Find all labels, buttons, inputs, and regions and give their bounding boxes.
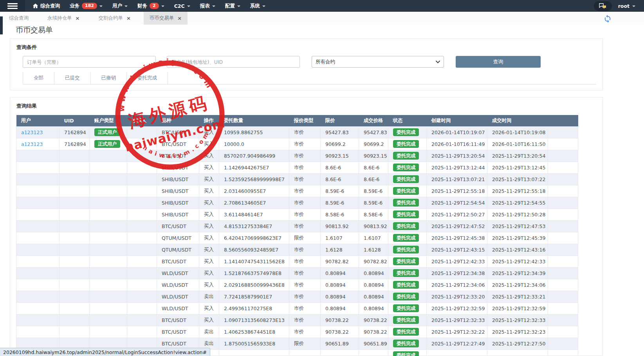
tab-spot-orders[interactable]: 币币交易单× [144, 12, 188, 25]
nav-item-label: 财务 [137, 3, 147, 9]
tab-perpetual-positions[interactable]: 永续持仓单× [41, 12, 85, 25]
nav-item-users[interactable]: 用户 [112, 3, 128, 9]
cell-dealt_at: 2025-11-29T12:50:28 [487, 209, 548, 220]
cell-price_type: 市价 [289, 162, 321, 173]
hamburger-menu-icon[interactable] [0, 0, 25, 12]
cell-user [16, 244, 60, 255]
cell-created_at: 2025-11-29T12:54:54 [427, 197, 487, 209]
nav-item-c2c[interactable]: C2C [174, 3, 190, 9]
nav-item-business[interactable]: 业务182 [70, 3, 103, 9]
filter-tab-all[interactable]: 全部 [23, 72, 54, 84]
cell-dealt_at: 2025-11-29T13:20:54 [487, 150, 548, 162]
cell-uid [60, 255, 90, 267]
status-badge: 委托完成 [393, 351, 419, 356]
nav-item-config[interactable]: 配置 [225, 3, 240, 9]
close-icon[interactable]: × [126, 16, 131, 21]
nav-item-label: 报表 [200, 3, 210, 9]
nav-item-overview[interactable]: 综合查询 [33, 3, 60, 9]
table-row: a1231237162894正式用户BTC/USDT买入10000.0市价906… [16, 138, 578, 150]
cell-limit_price: 90738.22 [321, 314, 359, 326]
chat-button[interactable] [594, 1, 612, 11]
user-menu[interactable]: root [618, 3, 635, 9]
cell-pair: BTC/USDT [157, 314, 199, 326]
filter-tab-cancelled[interactable]: 已撤销 [91, 72, 127, 84]
user-link[interactable]: a123123 [21, 129, 43, 135]
contract-select[interactable]: 所有合约 [312, 56, 444, 68]
user-link[interactable]: a123123 [21, 141, 43, 147]
cell-created_at: 2025-11-29T12:42:33 [427, 255, 487, 267]
status-badge: 委托完成 [393, 140, 419, 148]
cell-deal_price: 90738.22 [359, 314, 388, 326]
tab-delivery-contracts[interactable]: 交割合约单× [92, 12, 136, 25]
chevron-down-icon [262, 5, 265, 7]
cell-deal_price: 1.6107 [359, 232, 388, 244]
cell-pair: BTC/USDT [157, 326, 199, 338]
cell-price_type: 市价 [289, 209, 321, 220]
cell-created_at: 2025-11-29T13:12:44 [427, 162, 487, 173]
table-row: WLD/USDT买入1.521876637574978E8市价0.808940.… [16, 267, 578, 279]
username-uid-input[interactable] [167, 56, 300, 68]
cell-price_type: 市价 [289, 197, 321, 209]
nav-item-reports[interactable]: 报表 [200, 3, 215, 9]
cell-uid [60, 209, 90, 220]
cell-deal_price: 90782.82 [359, 255, 388, 267]
cell-limit_price: 8.59E-6 [321, 197, 359, 209]
cell-dealt_at: 2025-11-29T12:43:16 [487, 244, 548, 255]
nav-item-system[interactable]: 系统 [250, 3, 265, 9]
cell-status: 委托完成 [388, 279, 427, 291]
cell-account_type [90, 209, 127, 220]
orders-table-body: a1231237162894正式用户BTC/USDT买入10959.886275… [16, 126, 578, 356]
cell-side: 买入 [199, 267, 219, 279]
filter-tab-submitted[interactable]: 已提交 [54, 72, 91, 84]
tab-overview[interactable]: 综合查询 [3, 12, 34, 25]
cell-dealt_at: 2025-11-29T12:32:23 [487, 326, 548, 338]
col-created_at: 创建时间 [427, 115, 487, 126]
table-row: SHIB/USDT买入2.0314600955E7市价8.59E-68.59E-… [16, 185, 578, 197]
search-button[interactable]: 查询 [456, 56, 541, 68]
refresh-button[interactable] [603, 14, 612, 23]
col-deal_price: 成交价格 [359, 115, 388, 126]
cell-deal_price: 90813.92 [359, 220, 388, 232]
cell-user [16, 185, 60, 197]
cell-side: 买入 [199, 244, 219, 255]
cell-price_type: 市价 [289, 314, 321, 326]
nav-menu: 综合查询业务182用户财务2C2C报表配置系统 [33, 3, 265, 9]
cell-limit_price: 0.80894 [321, 302, 359, 314]
cell-status: 委托完成 [388, 244, 427, 255]
cell-created_at: 2026-01-14T10:19:07 [427, 126, 487, 138]
cell-side: 买入 [199, 232, 219, 244]
cell-dealt_at: 2025-11-29T12:32:33 [487, 314, 548, 326]
cell-blank [548, 150, 578, 162]
cell-pair: SHIB/USDT [157, 209, 199, 220]
cell-qty: 2.499361170275E8 [219, 302, 289, 314]
cell-status: 委托完成 [388, 326, 427, 338]
close-icon[interactable]: × [177, 16, 182, 21]
filter-tab-completed[interactable]: 委托完成 [127, 72, 168, 84]
cell-referrer [127, 220, 157, 232]
cell-user [16, 173, 60, 185]
cell-referrer [127, 244, 157, 255]
close-icon[interactable]: × [76, 16, 80, 21]
cell-blank [548, 220, 578, 232]
cell-price_type: 市价 [289, 326, 321, 338]
cell-side: 买入 [199, 302, 219, 314]
table-row: BTC/USDT买入8570207.904986499市价90923.15909… [16, 150, 578, 162]
cell-account_type [90, 326, 127, 338]
table-row: BTC/USDT买入1.1414074754311562E8市价90782.82… [16, 255, 578, 267]
order-number-input[interactable] [23, 56, 156, 68]
cell-price_type: 市价 [289, 138, 321, 150]
cell-user [16, 232, 60, 244]
nav-item-finance[interactable]: 财务2 [137, 3, 164, 9]
cell-pair: WLD/USDT [157, 279, 199, 291]
chevron-down-icon [237, 5, 240, 7]
status-badge: 委托完成 [393, 257, 419, 265]
cell-dealt_at: 2025-11-29T12:45:39 [487, 232, 548, 244]
status-badge: 委托完成 [393, 328, 419, 336]
cell-referrer [127, 291, 157, 302]
cell-price_type: 市价 [289, 126, 321, 138]
cell-limit_price: 90738.22 [321, 326, 359, 338]
status-badge: 委托完成 [393, 246, 419, 254]
cell-created_at: 2025-11-29T12:55:18 [427, 185, 487, 197]
cell-limit_price: 1.6107 [321, 232, 359, 244]
cell-created_at: 2025-11-29T12:32:33 [427, 314, 487, 326]
